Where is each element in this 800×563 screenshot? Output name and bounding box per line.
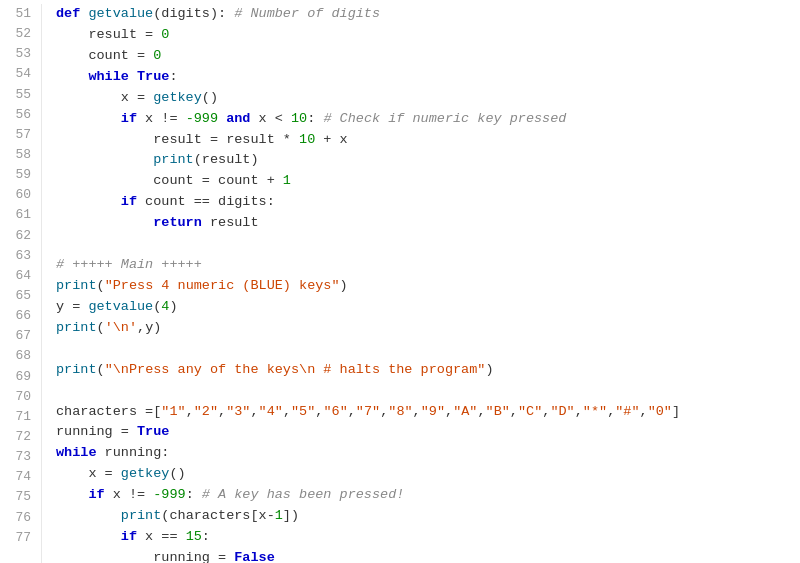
line-number: 59 [0, 165, 31, 185]
var-token: ,y) [137, 320, 161, 335]
line-number: 72 [0, 427, 31, 447]
var-token [56, 152, 153, 167]
var-token: , [477, 404, 485, 419]
num-token: 0 [161, 27, 169, 42]
var-token [56, 508, 121, 523]
line-number: 71 [0, 407, 31, 427]
func-token: print [121, 508, 162, 523]
str-token: "#" [615, 404, 639, 419]
var-token: ]) [283, 508, 299, 523]
var-token: x < [250, 111, 291, 126]
num-token: 10 [291, 111, 307, 126]
var-token [56, 487, 88, 502]
var-token: (digits): [153, 6, 234, 21]
line-number: 68 [0, 346, 31, 366]
var-token: , [510, 404, 518, 419]
line-number: 63 [0, 246, 31, 266]
kw-token: if [121, 194, 137, 209]
line-number: 77 [0, 528, 31, 548]
str-token: "0" [648, 404, 672, 419]
code-line: def getvalue(digits): # Number of digits [56, 4, 800, 25]
var-token: : [307, 111, 323, 126]
func-token: getkey [121, 466, 170, 481]
code-line: # +++++ Main +++++ [56, 255, 800, 276]
var-token: ( [97, 320, 105, 335]
kw-token: True [137, 424, 169, 439]
var-token: x != [137, 111, 186, 126]
comment-token: # +++++ Main +++++ [56, 257, 202, 272]
func-token: print [56, 362, 97, 377]
var-token: () [169, 466, 185, 481]
var-token [56, 111, 121, 126]
func-token: getvalue [88, 299, 153, 314]
line-number-gutter: 5152535455565758596061626364656667686970… [0, 4, 42, 563]
str-token: '\n' [105, 320, 137, 335]
code-line: result = result * 10 + x [56, 130, 800, 151]
code-line: result = 0 [56, 25, 800, 46]
line-number: 70 [0, 387, 31, 407]
line-number: 57 [0, 125, 31, 145]
line-number: 67 [0, 326, 31, 346]
var-token: ) [340, 278, 348, 293]
func-token: getvalue [88, 6, 153, 21]
code-line: count = count + 1 [56, 171, 800, 192]
str-token: "6" [323, 404, 347, 419]
code-line: characters =["1","2","3","4","5","6","7"… [56, 402, 800, 423]
var-token: , [445, 404, 453, 419]
var-token: characters =[ [56, 404, 161, 419]
var-token: + x [315, 132, 347, 147]
var-token: count = [56, 48, 153, 63]
var-token: , [575, 404, 583, 419]
str-token: "Press 4 numeric (BLUE) keys" [105, 278, 340, 293]
kw-token: def [56, 6, 88, 21]
str-token: "7" [356, 404, 380, 419]
code-line: print("\nPress any of the keys\n # halts… [56, 360, 800, 381]
kw-token: if [121, 529, 137, 544]
kw-token: while [56, 445, 97, 460]
code-editor: 5152535455565758596061626364656667686970… [0, 0, 800, 563]
str-token: "1" [161, 404, 185, 419]
str-token: "A" [453, 404, 477, 419]
line-number: 76 [0, 508, 31, 528]
var-token: running = [56, 550, 234, 563]
var-token [56, 529, 121, 544]
str-token: "4" [259, 404, 283, 419]
line-number: 64 [0, 266, 31, 286]
comment-token: # A key has been pressed! [202, 487, 405, 502]
num-token: -999 [186, 111, 218, 126]
var-token: , [413, 404, 421, 419]
line-number: 54 [0, 64, 31, 84]
num-token: 1 [283, 173, 291, 188]
comment-token: # Check if numeric key pressed [323, 111, 566, 126]
var-token: count == digits: [137, 194, 275, 209]
code-line: x = getkey() [56, 88, 800, 109]
func-token: print [153, 152, 194, 167]
func-token: print [56, 278, 97, 293]
var-token [56, 69, 88, 84]
line-number: 61 [0, 205, 31, 225]
line-number: 52 [0, 24, 31, 44]
str-token: "D" [550, 404, 574, 419]
line-number: 60 [0, 185, 31, 205]
var-token: , [186, 404, 194, 419]
code-line: print("Press 4 numeric (BLUE) keys") [56, 276, 800, 297]
num-token: -999 [153, 487, 185, 502]
num-token: 1 [275, 508, 283, 523]
line-number: 69 [0, 367, 31, 387]
line-number: 51 [0, 4, 31, 24]
var-token: ] [672, 404, 680, 419]
var-token: , [250, 404, 258, 419]
line-number: 53 [0, 44, 31, 64]
str-token: "C" [518, 404, 542, 419]
var-token: result = result * [56, 132, 299, 147]
line-number: 55 [0, 85, 31, 105]
var-token: ) [485, 362, 493, 377]
code-line: print(characters[x-1]) [56, 506, 800, 527]
var-token: ) [169, 299, 177, 314]
code-content: def getvalue(digits): # Number of digits… [42, 4, 800, 563]
str-token: "3" [226, 404, 250, 419]
str-token: "*" [583, 404, 607, 419]
var-token: ( [97, 362, 105, 377]
var-token: : [169, 69, 177, 84]
num-token: 10 [299, 132, 315, 147]
